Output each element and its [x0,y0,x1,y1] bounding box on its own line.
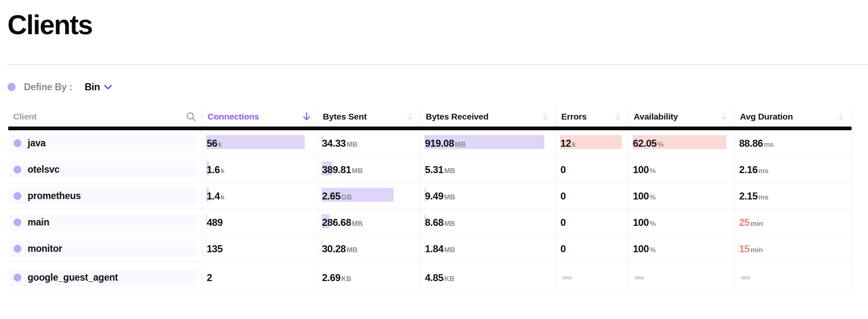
metric-value: 286.68 [322,217,351,228]
metric-value-group: 62.05% [633,138,664,149]
metric-value-group: 100% [633,243,656,255]
client-dot-icon [14,139,21,147]
column-header-bytes_sent[interactable]: Bytes Sent [317,106,420,127]
table-row[interactable]: java [9,135,196,152]
define-by-select[interactable]: Bin [85,81,112,93]
metric-unit: MB [444,193,455,202]
header-bottom-bar [8,127,852,130]
metric-value: 56 [207,138,217,149]
column-header-client[interactable]: Client [8,106,202,127]
client-dot-icon [14,245,21,253]
column-header-label: Availability [634,112,678,122]
metric-value: 88.86 [739,138,763,149]
metric-value: 34.33 [322,138,346,149]
metric-cell-avg_duration: 88.86ms [735,130,852,157]
metric-cell-availability: 62.05% [628,130,735,157]
client-dot-icon [14,274,21,281]
client-name: java [28,138,46,149]
table-row[interactable]: monitor [9,240,196,257]
metric-unit: % [658,141,664,149]
table-row-client-cell: main [8,209,202,236]
metric-value-group: 919.08MB [425,138,466,149]
column-header-availability[interactable]: Availability [628,106,735,127]
metric-value-group: 9.49MB [425,190,455,202]
metric-value-group: 0 [560,243,566,255]
metric-cell-availability: 100% [628,157,735,183]
metric-unit: MB [444,167,455,175]
sort-arrow-icon [836,112,845,121]
metric-unit: % [650,246,656,254]
sort-arrow-icon [541,112,550,121]
metric-cell-bytes_sent: 286.68MB [317,209,420,236]
metric-cell-bytes_sent: 2.69KB [317,262,420,293]
metric-value: 12 [560,138,571,149]
sort-arrow-icon [614,112,623,121]
metric-cell-availability: 100% [628,209,735,236]
metric-value: 100 [633,190,649,202]
metric-unit: KB [341,275,352,283]
metric-value-group: 8.68MB [425,217,455,228]
metric-cell-connections: 135 [202,236,317,262]
metric-unit: min [751,246,763,254]
client-name: prometheus [28,190,81,202]
no-data-dash-icon [635,276,644,279]
metric-cell-availability: 100% [628,236,735,262]
client-dot-icon [14,218,21,226]
metric-cell-bytes_sent: 2.65GB [317,183,420,209]
metric-cell-errors: 0 [556,236,628,262]
client-dot-icon [14,192,21,200]
metric-bar-track [206,135,312,149]
metric-unit: ms [764,141,774,149]
metric-value-group: 15min [739,243,763,255]
column-header-bytes_received[interactable]: Bytes Received [420,106,556,127]
metric-cell-bytes_received: 1.84MB [420,236,556,262]
metric-value-group: 0 [560,190,566,202]
metric-cell-errors: 12k [556,130,628,157]
metric-value: 1.6 [207,164,220,176]
metric-cell-avg_duration: 2.16ms [735,157,852,183]
metric-value: 389.81 [322,164,351,176]
table-row[interactable]: prometheus [9,188,196,204]
define-by-control: Define By : Bin [7,80,112,94]
column-header-avg_duration[interactable]: Avg Duration [735,106,852,127]
column-header-label: Errors [561,112,587,122]
metric-cell-connections: 1.4k [202,183,317,209]
metric-value-group: 5.31MB [425,164,455,176]
metric-value: 2.16 [739,164,758,176]
metric-value: 15 [739,243,750,255]
table-row[interactable]: otelsvc [9,161,196,178]
metric-value: 4.85 [425,272,443,284]
metric-unit: k [218,141,222,149]
table-row[interactable]: google_guest_agent [9,269,196,286]
search-icon[interactable] [186,111,196,122]
column-header-label: Bytes Sent [323,112,366,122]
metric-unit: k [221,167,224,175]
metric-value-group: 2.65GB [322,190,352,202]
metric-cell-avg_duration: 15min [735,236,852,262]
metric-value: 9.49 [425,190,443,202]
metric-value-group: 100% [633,217,656,228]
column-header-errors[interactable]: Errors [556,106,628,127]
table-row[interactable]: main [9,214,196,231]
metric-cell-availability [628,262,735,293]
metric-value-group: 1.6k [207,164,224,176]
metric-value: 2.69 [322,272,341,284]
metric-cell-avg_duration: 25min [735,209,852,236]
metric-unit: MB [347,246,357,254]
metric-value: 62.05 [633,138,657,149]
metric-cell-avg_duration: 2.15ms [735,183,852,209]
metric-value: 2 [207,272,212,284]
metric-unit: % [650,167,656,175]
metric-cell-connections: 56k [202,130,317,157]
client-name: otelsvc [28,164,60,175]
metric-cell-bytes_received: 4.85KB [420,262,556,293]
metric-unit: MB [352,220,363,228]
column-header-connections[interactable]: Connections [202,106,317,127]
metric-value: 30.28 [322,243,346,255]
define-by-label: Define By : [24,82,72,93]
table-row-client-cell: otelsvc [8,157,202,183]
column-header-label: Bytes Received [426,112,488,122]
metric-value-group: 0 [560,164,566,176]
client-name: google_guest_agent [28,272,118,283]
metric-value-group: 2 [207,272,212,284]
